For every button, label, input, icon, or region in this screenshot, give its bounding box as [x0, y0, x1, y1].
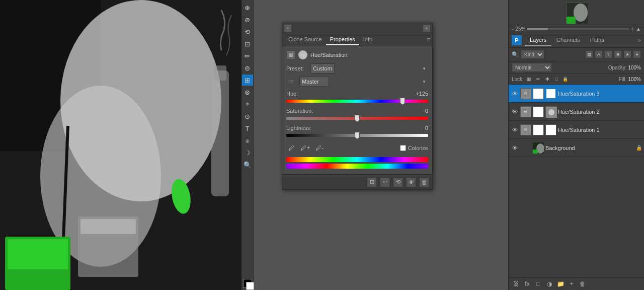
- panel-menu-btn[interactable]: ≡: [427, 36, 430, 43]
- tab-paths[interactable]: Paths: [585, 34, 609, 46]
- filter-on-btn[interactable]: ●: [633, 50, 641, 58]
- eyedropper-btn[interactable]: 🖊: [286, 143, 296, 153]
- tab-channels[interactable]: Channels: [551, 34, 585, 46]
- p-btn[interactable]: P: [512, 35, 522, 45]
- tool-eraser[interactable]: ⊞: [242, 75, 253, 86]
- layer-mask-btn[interactable]: □: [534, 279, 543, 288]
- tool-crop[interactable]: ⊘: [242, 14, 253, 25]
- zoom-max-btn[interactable]: ▲: [636, 26, 641, 32]
- color-bar-adjusted: [286, 164, 428, 169]
- svg-rect-20: [533, 150, 538, 154]
- lightness-label: Lightness:: [286, 125, 311, 131]
- hue-value: +125: [413, 91, 428, 97]
- tool-selection[interactable]: ⊕: [242, 2, 253, 13]
- layer-thumb-main: [533, 106, 544, 117]
- lock-row: Lock: ▦ ✏ ✚ □ 🔒 Fill: 100%: [509, 74, 644, 85]
- filter-adjustment-btn[interactable]: A: [595, 50, 603, 58]
- adjustment-layer-icon: ◑: [298, 50, 307, 59]
- saturation-slider-thumb[interactable]: [355, 115, 360, 122]
- colorize-row: Colorize: [400, 145, 428, 151]
- zoom-value: 25%: [515, 26, 525, 32]
- background-color-swatch[interactable]: [246, 282, 254, 290]
- layer-item[interactable]: 👁 ⛓ Hue/Saturation 3: [509, 85, 644, 103]
- channel-select-arrow: ▼: [422, 80, 426, 84]
- filter-shape-btn[interactable]: ■: [614, 50, 622, 58]
- tab-clone-source[interactable]: Clone Source: [284, 34, 326, 45]
- tool-hand[interactable]: ☽: [242, 147, 253, 158]
- hue-label: Hue:: [286, 91, 298, 97]
- tool-clone[interactable]: ⊜: [242, 62, 253, 74]
- filter-smart-btn[interactable]: ★: [623, 50, 631, 58]
- panel-bottom-visibility-btn[interactable]: 👁: [406, 177, 416, 187]
- canvas-area: [0, 0, 242, 290]
- layers-panel-collapse[interactable]: »: [634, 37, 644, 44]
- tool-eyedropper[interactable]: ⟲: [242, 26, 253, 37]
- lock-all-btn[interactable]: 🔒: [562, 76, 569, 83]
- saturation-slider-section: Saturation: 0: [286, 108, 428, 122]
- tab-properties[interactable]: Properties: [326, 34, 359, 45]
- lightness-slider-thumb[interactable]: [355, 132, 360, 139]
- blend-mode-select[interactable]: Normal: [512, 63, 552, 72]
- panel-bottom-undo-btn[interactable]: ↩: [380, 177, 390, 187]
- panel-bottom-new-btn[interactable]: ⊞: [367, 177, 377, 187]
- zoom-out-btn[interactable]: -: [512, 26, 513, 32]
- tool-dodge[interactable]: ⌖: [242, 99, 253, 110]
- layer-folder-btn[interactable]: 📁: [556, 279, 565, 288]
- lightness-slider-track[interactable]: [286, 132, 428, 139]
- tab-info[interactable]: Info: [359, 34, 376, 45]
- layer-item[interactable]: 👁 ⛓ Hue/Saturation 2: [509, 103, 644, 121]
- channel-select[interactable]: Master Reds Yellows Greens Cyans Blues M…: [299, 77, 329, 87]
- panel-bottom-delete-btn[interactable]: 🗑: [419, 177, 429, 187]
- tool-type[interactable]: T: [242, 123, 253, 134]
- tool-shape[interactable]: ⍟: [242, 135, 253, 146]
- layer-item[interactable]: 👁 ⛓ Hue/Saturation 1: [509, 121, 644, 139]
- layer-visibility-toggle[interactable]: 👁: [511, 126, 519, 134]
- layer-name: Hue/Saturation 2: [558, 109, 642, 115]
- tab-layers[interactable]: Layers: [525, 34, 551, 46]
- zoom-slider-track[interactable]: [527, 28, 629, 30]
- preset-select-wrapper: Custom ▼: [310, 63, 428, 74]
- tool-brush[interactable]: ✏: [242, 50, 253, 61]
- eyedropper-subtract-btn[interactable]: 🖊-: [314, 143, 325, 153]
- tool-gradient[interactable]: ⊗: [242, 87, 253, 98]
- layer-visibility-toggle[interactable]: 👁: [511, 108, 519, 116]
- adjustment-header: ▦ ◑ Hue/Saturation: [286, 50, 428, 59]
- layer-link-btn[interactable]: ⛓: [512, 279, 521, 288]
- zoom-in-btn[interactable]: +: [631, 26, 634, 32]
- layer-name: Background: [545, 145, 634, 151]
- opacity-label: Opacity:: [608, 65, 627, 70]
- saturation-slider-track[interactable]: [286, 115, 428, 122]
- left-toolbar: ⊕ ⊘ ⟲ ⊡ ✏ ⊜ ⊞ ⊗ ⌖ ⊙ T ⍟ ☽ 🔍: [242, 0, 254, 290]
- channel-row: ☞ Master Reds Yellows Greens Cyans Blues…: [286, 77, 428, 87]
- layer-visibility-toggle[interactable]: 👁: [511, 90, 519, 98]
- fill-value: 100%: [628, 77, 641, 82]
- preset-select[interactable]: Custom: [310, 63, 335, 74]
- hue-slider-thumb[interactable]: [400, 98, 405, 105]
- preset-label: Preset:: [286, 65, 307, 71]
- panel-close-btn[interactable]: ×: [423, 25, 430, 32]
- layer-item[interactable]: 👁 Background 🔒: [509, 139, 644, 157]
- layer-adjustment-btn[interactable]: ◑: [545, 279, 554, 288]
- panel-bottom-reset-btn[interactable]: ⟲: [393, 177, 403, 187]
- layer-link-icon-empty: [520, 142, 531, 154]
- tool-pen[interactable]: ⊙: [242, 111, 253, 122]
- eyedropper-add-btn[interactable]: 🖊+: [300, 143, 310, 153]
- tool-healing[interactable]: ⊡: [242, 38, 253, 49]
- layer-visibility-toggle[interactable]: 👁: [511, 144, 519, 152]
- filter-pixel-btn[interactable]: ▦: [585, 50, 593, 58]
- lock-artboard-btn[interactable]: □: [553, 76, 560, 83]
- layer-new-btn[interactable]: +: [567, 279, 576, 288]
- lock-pixels-btn[interactable]: ✏: [535, 76, 542, 83]
- layer-fx-btn[interactable]: fx: [523, 279, 532, 288]
- layer-delete-btn[interactable]: 🗑: [578, 279, 587, 288]
- lock-transparency-btn[interactable]: ▦: [526, 76, 533, 83]
- tool-zoom[interactable]: 🔍: [242, 159, 253, 170]
- saturation-label: Saturation:: [286, 108, 313, 114]
- colorize-checkbox[interactable]: [400, 145, 406, 151]
- preset-row: Preset: Custom ▼: [286, 63, 428, 74]
- hue-slider-track[interactable]: [286, 98, 428, 105]
- lock-position-btn[interactable]: ✚: [544, 76, 551, 83]
- filter-type-btn[interactable]: T: [604, 50, 612, 58]
- panel-minimize-btn[interactable]: «: [284, 25, 291, 32]
- layers-kind-select[interactable]: Kind: [521, 50, 544, 59]
